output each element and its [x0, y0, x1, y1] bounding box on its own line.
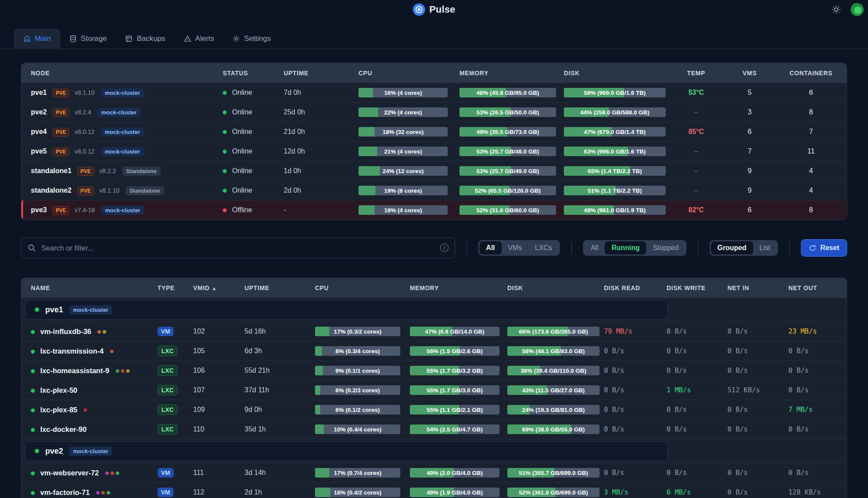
theme-toggle-sun-icon[interactable]	[831, 5, 841, 14]
vmid-value: 109	[193, 406, 205, 413]
col-memory: MEMORY	[456, 70, 560, 77]
node-row[interactable]: standalone2 PVE v8.1.10 Standalone Onlin…	[21, 180, 847, 200]
disk-write-value: 1 MB/s	[667, 386, 691, 394]
segment-all[interactable]: All	[584, 241, 605, 254]
tab-alerts[interactable]: Alerts	[174, 29, 223, 49]
status-dot	[223, 130, 227, 134]
status-label: Online	[232, 187, 252, 194]
group-row[interactable]: pve2 mock-cluster	[21, 439, 847, 463]
search-input[interactable]	[21, 237, 455, 258]
segment-grouped[interactable]: Grouped	[711, 241, 753, 254]
status-dot	[223, 189, 227, 193]
pve-badge: PVE	[77, 187, 94, 195]
col-disk[interactable]: DISK	[504, 284, 600, 291]
group-row[interactable]: pve1 mock-cluster	[21, 297, 847, 321]
col-cpu[interactable]: CPU	[312, 284, 406, 291]
disk-bar: 66% (173.6 GB/265.0 GB)	[507, 327, 600, 336]
node-row[interactable]: pve1 PVE v8.1.10 mock-cluster Online 7d …	[21, 83, 847, 102]
uptime-value: 25d 0h	[284, 108, 305, 116]
temp-value: 85°C	[688, 128, 704, 135]
net-in-value: 0 B/s	[727, 347, 748, 355]
col-disk-write[interactable]: DISK WRITE	[663, 284, 724, 291]
guest-row[interactable]: lxc-homeassistant-9 LXC 106 55d 21h 9% (…	[21, 361, 847, 380]
status-dot	[223, 150, 227, 154]
col-uptime[interactable]: UPTIME	[241, 284, 312, 291]
col-name[interactable]: NAME	[21, 284, 154, 291]
node-row[interactable]: pve4 PVE v8.0.12 mock-cluster Online 21d…	[21, 122, 847, 141]
guest-row[interactable]: lxc-plex-50 LXC 107 37d 11h 6% (0.2/3 co…	[21, 380, 847, 400]
col-memory[interactable]: MEMORY	[406, 284, 504, 291]
status-label: Online	[232, 147, 252, 155]
guest-row[interactable]: lxc-transmission-4 LXC 105 6d 3h 8% (0.3…	[21, 341, 847, 361]
disk-write-value: 0 B/s	[667, 367, 687, 374]
col-disk-read[interactable]: DISK READ	[600, 284, 663, 291]
guest-status-dot	[31, 491, 35, 495]
node-name: pve2	[31, 108, 47, 116]
disk-write-value: 0 B/s	[667, 328, 687, 335]
node-version: v8.0.12	[74, 148, 94, 155]
guest-name: lxc-plex-50	[40, 386, 77, 394]
vms-count: 6	[748, 128, 752, 135]
guest-row[interactable]: vm-factorio-71 VM 112 2d 1h 18% (0.4/2 c…	[21, 482, 847, 498]
node-row[interactable]: pve2 PVE v8.2.4 mock-cluster Online 25d …	[21, 102, 847, 122]
col-net-in[interactable]: NET IN	[724, 284, 785, 291]
cluster-badge: mock-cluster	[101, 147, 144, 156]
segment-all[interactable]: All	[479, 241, 501, 254]
memory-bar: 55% (1.7 GB/3.0 GB)	[410, 385, 499, 395]
node-row[interactable]: pve5 PVE v8.0.12 mock-cluster Online 12d…	[21, 141, 847, 161]
node-row[interactable]: pve3 PVE v7.4-18 mock-cluster Offline - …	[21, 200, 847, 220]
guest-status-dot	[31, 350, 35, 354]
tab-storage[interactable]: Storage	[60, 29, 116, 49]
node-row[interactable]: standalone1 PVE v8.2.2 Standalone Online…	[21, 161, 847, 180]
type-badge: LXC	[158, 365, 178, 376]
col-type[interactable]: TYPE	[154, 284, 190, 291]
reset-button[interactable]: Reset	[801, 239, 847, 257]
disk-bar: 24% (19.3 GB/81.0 GB)	[507, 405, 600, 414]
type-badge: VM	[158, 468, 174, 478]
net-out-value: 0 B/s	[788, 347, 809, 355]
guest-row[interactable]: vm-webserver-72 VM 111 3d 14h 17% (0.7/4…	[21, 463, 847, 482]
node-name: pve1	[31, 89, 47, 96]
group-cluster-badge: mock-cluster	[69, 305, 112, 314]
net-in-value: 0 B/s	[727, 328, 748, 335]
memory-bar: 49% (1.9 GB/4.0 GB)	[410, 488, 499, 497]
alert-dot	[116, 471, 119, 475]
tab-settings[interactable]: Settings	[223, 29, 280, 49]
col-disk: DISK	[560, 70, 668, 77]
guest-row[interactable]: lxc-docker-90 LXC 110 35d 1h 10% (0.4/4 …	[21, 419, 847, 439]
guest-row[interactable]: vm-influxdb-36 VM 102 5d 16h 17% (0.3/2 …	[21, 321, 847, 341]
vms-count: 9	[748, 187, 752, 194]
vmid-value: 106	[193, 367, 205, 374]
net-out-value: 23 MB/s	[788, 328, 817, 335]
pve-badge: PVE	[53, 206, 69, 215]
type-badge: VM	[158, 327, 174, 336]
col-vmid[interactable]: VMID▲	[190, 284, 241, 291]
guest-row[interactable]: lxc-plex-85 LXC 109 9d 0h 6% (0.1/2 core…	[21, 400, 847, 419]
memory-bar: 49% (35.5 GB/73.0 GB)	[459, 127, 556, 137]
type-badge: LXC	[158, 346, 178, 356]
segment-lxcs[interactable]: LXCs	[529, 241, 559, 254]
group-cluster-badge: mock-cluster	[69, 447, 112, 456]
disk-write-value: 0 B/s	[667, 347, 687, 355]
alert-dot	[105, 471, 109, 475]
pve-badge: PVE	[53, 128, 69, 137]
segment-running[interactable]: Running	[605, 241, 646, 254]
segment-list[interactable]: List	[753, 241, 777, 254]
segment-vms[interactable]: VMs	[502, 241, 529, 254]
user-status-avatar[interactable]	[851, 3, 864, 16]
containers-count: 7	[809, 128, 813, 135]
disk-read-value: 0 B/s	[604, 469, 624, 477]
col-net-out[interactable]: NET OUT	[785, 284, 847, 291]
segment-stopped[interactable]: Stopped	[646, 241, 685, 254]
guest-name: vm-factorio-71	[40, 488, 90, 496]
node-version: v8.1.10	[99, 187, 119, 194]
uptime-value: 37d 11h	[245, 386, 269, 394]
info-icon[interactable]: i	[440, 244, 449, 252]
tab-main[interactable]: Main	[14, 29, 60, 49]
group-status-dot	[35, 449, 39, 453]
cpu-bar: 18% (4 cores)	[359, 205, 448, 215]
node-name: pve5	[31, 147, 47, 155]
tab-backups[interactable]: Backups	[116, 29, 174, 49]
disk-bar: 51% (1.1 TB/2.2 TB)	[564, 186, 666, 195]
guest-name: lxc-plex-85	[40, 406, 77, 414]
